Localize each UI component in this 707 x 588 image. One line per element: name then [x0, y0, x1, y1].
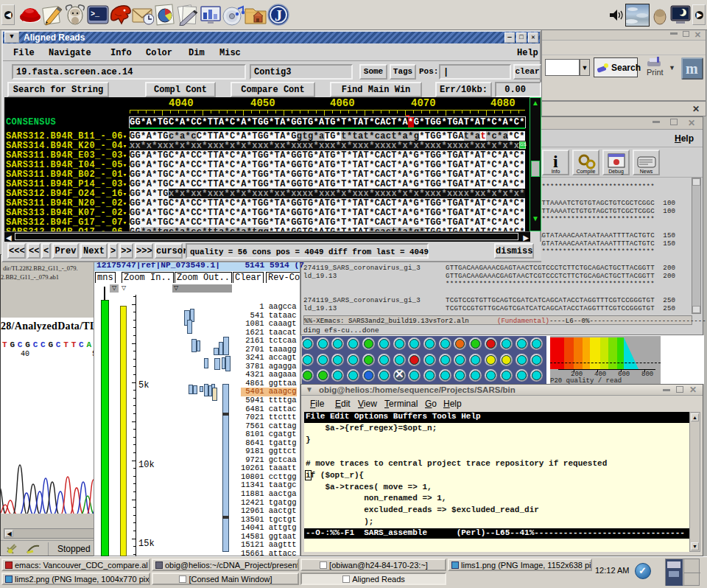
- svg-text:>_: >_: [91, 10, 100, 18]
- svg-text:J: J: [275, 7, 282, 24]
- svg-text:i: i: [553, 152, 558, 170]
